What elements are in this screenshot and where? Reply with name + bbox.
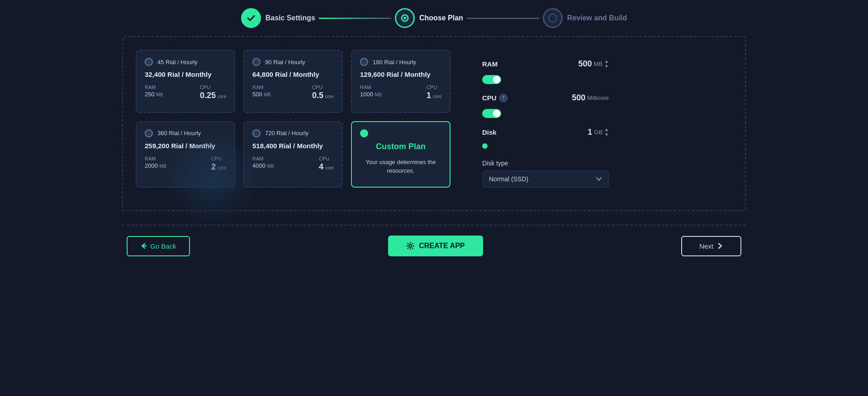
- stepper: Basic Settings Choose Plan Review and Bu…: [0, 0, 868, 36]
- ram-setting: RAM 500 MB ▲ ▼: [482, 59, 609, 84]
- step-choose-plan: Choose Plan: [395, 8, 463, 28]
- plan-hourly-2: 90 Rial / Hourly: [265, 59, 305, 66]
- svg-point-2: [549, 14, 557, 22]
- plan-cpu-label-4: CPU: [211, 156, 226, 161]
- plan-cpu-value-4: 2 core: [211, 162, 226, 172]
- ram-label: RAM: [482, 60, 498, 68]
- step-label-review: Review and Build: [567, 14, 627, 22]
- custom-plan-title: Custom Plan: [360, 142, 441, 151]
- plan-monthly-1: 32,400 Rial / Monthly: [145, 71, 226, 78]
- plan-card-4[interactable]: 360 Rial / Hourly 259,200 Rial / Monthly…: [136, 121, 235, 188]
- ram-spinner[interactable]: ▲ ▼: [604, 59, 609, 69]
- footer-buttons: Go Back CREATE APP Next: [0, 226, 868, 266]
- plan-ram-label-2: RAM: [252, 85, 270, 90]
- plan-cpu-label-2: CPU: [312, 85, 334, 90]
- ram-value-control: 500 MB ▲ ▼: [574, 59, 609, 69]
- cpu-label: CPU ?: [482, 94, 508, 102]
- plan-card-1[interactable]: 45 Rial / Hourly 32,400 Rial / Monthly R…: [136, 50, 235, 113]
- svg-point-4: [409, 245, 412, 247]
- plan-hourly-1: 45 Rial / Hourly: [157, 59, 198, 66]
- checkmark-icon: [247, 14, 256, 23]
- plan-cpu-value-3: 1 core: [427, 91, 441, 100]
- ram-unit: MB: [594, 61, 603, 67]
- plan-card-custom[interactable]: Custom Plan Your usage determines the re…: [351, 121, 451, 188]
- plan-card-2[interactable]: 90 Rial / Hourly 64,800 Rial / Monthly R…: [243, 50, 343, 113]
- plan-cpu-value-1: 0.25 core: [200, 91, 226, 100]
- disk-type-dropdown-container: Normal (SSD): [482, 170, 609, 188]
- plan-cpu-value-2: 0.5 core: [312, 91, 334, 100]
- plan-ram-value-4: 2000 MB: [145, 162, 166, 169]
- ram-value[interactable]: 500: [574, 59, 592, 69]
- step-label-plan: Choose Plan: [419, 14, 463, 22]
- disk-label: Disk: [482, 128, 497, 136]
- plan-ram-value-1: 250 MB: [145, 91, 163, 98]
- main-dashed-container: 45 Rial / Hourly 32,400 Rial / Monthly R…: [122, 36, 746, 211]
- plan-cpu-value-5: 4 core: [319, 162, 334, 172]
- disk-unit: GB: [594, 129, 602, 136]
- step-circle-basic: [241, 8, 261, 28]
- next-label: Next: [699, 242, 713, 250]
- plans-grid: 45 Rial / Hourly 32,400 Rial / Monthly R…: [136, 50, 451, 188]
- plan-cpu-label-5: CPU: [319, 156, 334, 161]
- ram-toggle[interactable]: [482, 75, 501, 84]
- go-back-button[interactable]: Go Back: [127, 236, 190, 256]
- plan-monthly-4: 259,200 Rial / Monthly: [145, 142, 226, 150]
- chevron-down-icon: [596, 176, 602, 182]
- cpu-unit: Millicore: [587, 94, 609, 101]
- go-back-icon: [140, 243, 147, 249]
- plan-ram-value-3: 1000 MB: [360, 91, 382, 98]
- circle-inactive-icon: [548, 13, 558, 23]
- circle-icon: [400, 13, 410, 23]
- step-review-build: Review and Build: [543, 8, 627, 28]
- plan-radio-5: [252, 129, 261, 137]
- step-circle-review: [543, 8, 563, 28]
- create-app-button[interactable]: CREATE APP: [388, 236, 483, 256]
- custom-settings-panel: RAM 500 MB ▲ ▼: [464, 50, 609, 188]
- disk-type-section: Disk type Normal (SSD): [482, 160, 609, 188]
- go-back-label: Go Back: [150, 242, 176, 250]
- svg-point-1: [403, 17, 406, 19]
- step-circle-plan: [395, 8, 415, 28]
- cpu-help-icon[interactable]: ?: [499, 94, 508, 102]
- disk-indicator: [482, 143, 488, 149]
- plan-radio-2: [252, 58, 261, 66]
- plan-ram-value-2: 500 MB: [252, 91, 270, 98]
- plan-ram-label-5: RAM: [252, 156, 274, 161]
- cpu-toggle-thumb: [493, 110, 500, 117]
- plan-card-3[interactable]: 180 Rial / Hourly 129,600 Rial / Monthly…: [351, 50, 451, 113]
- step-label-basic: Basic Settings: [266, 14, 315, 22]
- ram-toggle-thumb: [493, 76, 500, 83]
- plan-radio-1: [145, 58, 153, 66]
- custom-plan-desc: Your usage determines the resources.: [360, 158, 441, 175]
- next-button[interactable]: Next: [681, 236, 741, 256]
- plan-monthly-5: 518,400 Rial / Monthly: [252, 142, 334, 150]
- plan-monthly-2: 64,800 Rial / Monthly: [252, 71, 334, 78]
- disk-spinner[interactable]: ▲ ▼: [604, 127, 609, 137]
- plan-cpu-label-3: CPU: [427, 85, 441, 90]
- cpu-value-control: 500 Millicore: [567, 93, 609, 103]
- connector-2: [467, 18, 539, 19]
- disk-setting: Disk 1 GB ▲ ▼: [482, 127, 609, 149]
- connector-1: [319, 18, 391, 19]
- cpu-value[interactable]: 500: [567, 93, 585, 103]
- plan-radio-3: [360, 58, 368, 66]
- gear-icon: [406, 242, 414, 250]
- disk-type-selected: Normal (SSD): [489, 175, 528, 183]
- next-icon: [717, 243, 723, 249]
- plan-hourly-4: 360 Rial / Hourly: [157, 130, 201, 137]
- plan-ram-label-1: RAM: [145, 85, 163, 90]
- step-basic-settings: Basic Settings: [241, 8, 315, 28]
- plan-radio-custom: [360, 129, 368, 137]
- plan-card-5[interactable]: 720 Rial / Hourly 518,400 Rial / Monthly…: [243, 121, 343, 188]
- plan-cpu-label-1: CPU: [200, 85, 226, 90]
- plan-hourly-5: 720 Rial / Hourly: [265, 130, 308, 137]
- disk-value[interactable]: 1: [574, 127, 592, 137]
- plan-ram-label-4: RAM: [145, 156, 166, 161]
- cpu-setting: CPU ? 500 Millicore: [482, 93, 609, 118]
- plan-radio-4: [145, 129, 153, 137]
- plan-monthly-3: 129,600 Rial / Monthly: [360, 71, 441, 78]
- disk-value-control: 1 GB ▲ ▼: [574, 127, 609, 137]
- cpu-toggle[interactable]: [482, 109, 501, 118]
- disk-type-label: Disk type: [482, 160, 609, 167]
- disk-type-select[interactable]: Normal (SSD): [482, 170, 609, 188]
